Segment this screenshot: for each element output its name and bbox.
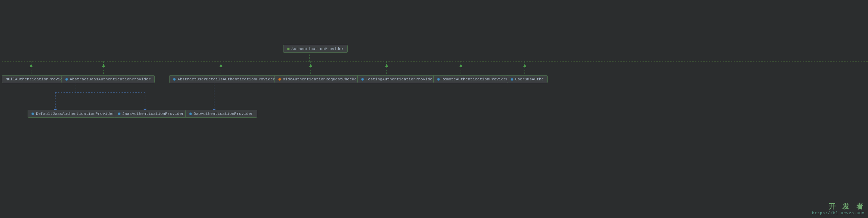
null-auth-provider-label: NullAuthenticationProvider (6, 77, 67, 81)
user-sms-auth-label: UserSmsAuthe (515, 77, 544, 81)
remote-auth-provider-label: RemoteAuthenticationProvider (442, 77, 508, 81)
abstract-jaas-auth-provider-label: AbstractJaasAuthenticationProvider (70, 77, 151, 81)
watermark: 开 发 者 https://bl Devzo.COM (812, 202, 865, 215)
svg-marker-14 (29, 64, 33, 67)
dot-blue-icon7 (118, 112, 120, 115)
dot-blue-icon4 (437, 78, 440, 81)
testing-auth-provider-node[interactable]: TestingAuthenticationProvider (357, 75, 438, 83)
testing-auth-provider-label: TestingAuthenticationProvider (366, 77, 435, 81)
default-jaas-auth-provider-node[interactable]: DefaultJaasAuthenticationProvider (28, 110, 118, 118)
dao-auth-provider-node[interactable]: DaoAuthenticationProvider (185, 110, 257, 118)
jaas-auth-provider-node[interactable]: JaasAuthenticationProvider (114, 110, 188, 118)
watermark-bottom-text: https://bl Devzo.COM (812, 211, 865, 215)
abstract-jaas-auth-provider-node[interactable]: AbstractJaasAuthenticationProvider (61, 75, 155, 83)
oidc-auth-checker-label: OidcAuthenticationRequestChecker (283, 77, 359, 81)
dot-orange-icon (278, 78, 281, 81)
dot-blue-icon (65, 78, 68, 81)
watermark-top-text: 开 发 者 (829, 202, 865, 211)
jaas-auth-provider-label: JaasAuthenticationProvider (122, 111, 184, 116)
svg-marker-18 (385, 64, 388, 67)
default-jaas-auth-provider-label: DefaultJaasAuthenticationProvider (36, 111, 115, 116)
null-auth-provider-node[interactable]: NullAuthenticationProvider (2, 75, 71, 83)
dot-blue-icon5 (511, 78, 513, 81)
abstract-user-details-auth-provider-node[interactable]: AbstractUserDetailsAuthenticationProvide… (169, 75, 279, 83)
dot-blue-icon2 (173, 78, 176, 81)
dao-auth-provider-label: DaoAuthenticationProvider (194, 111, 253, 116)
authentication-provider-node[interactable]: AuthenticationProvider (283, 45, 348, 53)
svg-marker-19 (459, 64, 463, 67)
remote-auth-provider-node[interactable]: RemoteAuthenticationProvider (433, 75, 512, 83)
dot-blue-icon8 (189, 112, 192, 115)
svg-marker-20 (523, 64, 527, 67)
dot-blue-icon6 (31, 112, 34, 115)
dot-green-icon (287, 48, 290, 50)
authentication-provider-label: AuthenticationProvider (291, 47, 344, 51)
abstract-user-details-auth-provider-label: AbstractUserDetailsAuthenticationProvide… (177, 77, 275, 81)
oidc-auth-checker-node[interactable]: OidcAuthenticationRequestChecker (274, 75, 363, 83)
dot-blue-icon3 (361, 78, 364, 81)
svg-marker-15 (102, 64, 105, 67)
user-sms-auth-node[interactable]: UserSmsAuthe (507, 75, 548, 83)
svg-marker-16 (219, 64, 223, 67)
svg-marker-17 (309, 64, 312, 67)
